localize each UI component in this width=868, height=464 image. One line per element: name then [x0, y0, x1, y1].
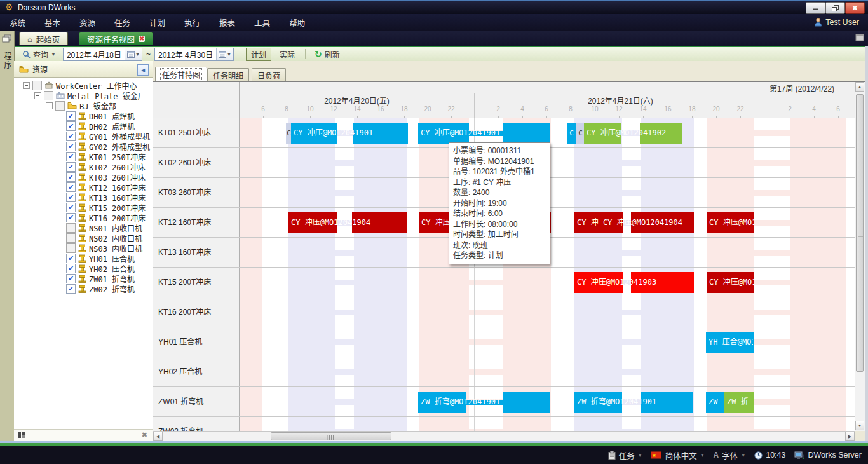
view-tab-2[interactable]: 日负荷: [252, 68, 286, 81]
task-bar[interactable]: CY 冲压@MO12041902: [584, 123, 682, 144]
scroll-up-icon[interactable]: ▲: [855, 82, 864, 92]
view-tab-0[interactable]: 任务甘特图: [155, 67, 207, 81]
clear-filter-icon[interactable]: ✖: [142, 431, 147, 439]
status-item-0[interactable]: 任务▼: [608, 449, 642, 461]
tree-item-KT02[interactable]: ✔KT02 260T冲床: [14, 161, 153, 172]
close-tab-icon[interactable]: ✖: [139, 36, 145, 42]
tree-item-YH02[interactable]: ✔YH02 压合机: [14, 263, 153, 273]
calendar-icon[interactable]: ▼: [125, 48, 142, 60]
menu-item-0[interactable]: 系统: [0, 14, 35, 31]
tree-checkbox[interactable]: ✔: [66, 121, 76, 131]
tree-item-WorkCenter[interactable]: WorkCenter 工作中心: [14, 80, 153, 90]
tree-checkbox[interactable]: ✔: [66, 254, 76, 263]
refresh-button[interactable]: ↻ 刷新: [311, 48, 343, 60]
task-bar[interactable]: CY 冲压@MO1: [707, 212, 754, 233]
menu-item-6[interactable]: 报表: [210, 14, 245, 31]
vertical-scroll-thumb[interactable]: [856, 94, 864, 372]
tree-checkbox[interactable]: [66, 223, 76, 233]
scroll-down-icon[interactable]: ▼: [855, 421, 864, 430]
tree-item-YH01[interactable]: ✔YH01 压合机: [14, 253, 153, 263]
task-bar[interactable]: ZW 折弯@MO12041901: [418, 392, 550, 413]
horizontal-scroll-thumb[interactable]: [271, 432, 391, 440]
tree-checkbox[interactable]: ✔: [66, 111, 76, 121]
horizontal-scrollbar[interactable]: ◀ ▶: [153, 431, 855, 442]
tree-item-KT03[interactable]: ✔KT03 260T冲床: [14, 172, 153, 182]
tree-checkbox[interactable]: [66, 233, 76, 243]
tree-checkbox[interactable]: ✔: [66, 142, 76, 151]
task-bar[interactable]: CY 冲 CY 冲压@MO12041904: [574, 212, 694, 233]
menu-item-2[interactable]: 资源: [70, 14, 105, 31]
tree-item-GY02[interactable]: ✔GY02 外桶成型机: [14, 141, 153, 151]
tree-item-Metal[interactable]: Metal Plate 钣金厂: [14, 90, 153, 100]
task-bar[interactable]: CY 冲压@MO12041904: [288, 212, 407, 233]
tree-checkbox[interactable]: [44, 91, 53, 100]
tree-checkbox[interactable]: ✔: [66, 203, 76, 212]
tree-item-KT01[interactable]: ✔KT01 250T冲床: [14, 151, 153, 161]
vertical-scrollbar[interactable]: ▲ ▼: [855, 82, 865, 431]
actual-toggle[interactable]: 实际: [275, 48, 299, 60]
tree-checkbox[interactable]: [66, 243, 76, 253]
task-bar[interactable]: CY 冲压@MO12041901: [418, 123, 550, 144]
date-from-field[interactable]: 2012年 4月18日 ▼: [63, 48, 142, 61]
menu-item-1[interactable]: 基本: [35, 14, 70, 31]
tree-item-GY01[interactable]: ✔GY01 外桶成型机: [14, 131, 153, 141]
task-bar[interactable]: ZW: [706, 392, 724, 413]
tree-item-DH01[interactable]: ✔DH01 点焊机: [14, 111, 153, 121]
tree-checkbox[interactable]: ✔: [66, 162, 76, 172]
scroll-right-icon[interactable]: ▶: [845, 432, 855, 441]
tree-item-NS03[interactable]: NS03 内收口机: [14, 243, 153, 253]
tree-item-KT16[interactable]: ✔KT16 200T冲床: [14, 212, 153, 222]
scroll-left-icon[interactable]: ◀: [153, 432, 163, 441]
footer-tool-icon[interactable]: [18, 431, 25, 439]
tree-checkbox[interactable]: ✔: [66, 264, 76, 273]
tree-checkbox[interactable]: ✔: [66, 152, 76, 161]
task-bar[interactable]: CY 冲压@MO12041903: [574, 272, 694, 293]
minimize-button[interactable]: [806, 2, 825, 14]
task-bar[interactable]: ZW 折弯@MO12041901: [574, 392, 693, 413]
tree-item-NS02[interactable]: NS02 内收口机: [14, 233, 153, 243]
tree-expander-icon[interactable]: [34, 92, 41, 99]
tree-expander-icon[interactable]: [23, 82, 30, 89]
tree-checkbox[interactable]: [55, 101, 65, 111]
tree-item-BJ[interactable]: BJ 钣金部: [14, 100, 153, 111]
task-bar[interactable]: YH 压合@MO1: [706, 332, 754, 353]
query-button[interactable]: 查询 ▼: [19, 48, 59, 60]
menu-item-3[interactable]: 任务: [105, 14, 140, 31]
calendar-icon[interactable]: ▼: [216, 48, 233, 60]
tree-item-ZW01[interactable]: ✔ZW01 折弯机: [14, 273, 153, 283]
menu-item-4[interactable]: 计划: [140, 14, 175, 31]
task-bar[interactable]: CY 冲压@MO12041901: [291, 123, 408, 144]
tree-checkbox[interactable]: ✔: [66, 284, 76, 294]
tree-item-KT13[interactable]: ✔KT13 160T冲床: [14, 192, 153, 202]
tree-item-KT12[interactable]: ✔KT12 160T冲床: [14, 182, 153, 192]
close-button[interactable]: ✖: [845, 2, 865, 14]
collapse-panel-button[interactable]: ◀: [137, 64, 149, 76]
tree-checkbox[interactable]: ✔: [66, 182, 76, 192]
status-item-1[interactable]: ★简体中文▼: [651, 449, 705, 461]
restore-button[interactable]: [825, 2, 845, 14]
task-bar-mini[interactable]: C: [567, 123, 576, 144]
date-to-field[interactable]: 2012年 4月30日 ▼: [154, 48, 234, 61]
tree-expander-icon[interactable]: [46, 102, 53, 109]
menu-item-5[interactable]: 执行: [175, 14, 210, 31]
tree-item-ZW02[interactable]: ✔ZW02 折弯机: [14, 283, 153, 294]
view-tab-1[interactable]: 任务明细: [207, 68, 249, 81]
tree-checkbox[interactable]: ✔: [66, 132, 76, 141]
status-item-2[interactable]: A字体▼: [714, 449, 746, 461]
tree-item-DH02[interactable]: ✔DH02 点焊机: [14, 121, 153, 131]
tree-checkbox[interactable]: ✔: [66, 172, 76, 182]
tree-item-KT15[interactable]: ✔KT15 200T冲床: [14, 202, 153, 212]
doc-tab-1[interactable]: 资源任务视图✖: [79, 32, 153, 45]
program-dock-strip[interactable]: 程序: [0, 31, 15, 441]
plan-toggle[interactable]: 计划: [246, 48, 271, 61]
menu-item-8[interactable]: 帮助: [280, 14, 315, 31]
task-bar[interactable]: CY 冲压@MO1: [707, 272, 754, 293]
tree-item-NS01[interactable]: NS01 内收口机: [14, 222, 153, 233]
tree-checkbox[interactable]: ✔: [66, 193, 76, 202]
panes-icon[interactable]: [855, 34, 864, 41]
status-item-4[interactable]: DWorks Server: [794, 451, 862, 460]
menu-item-7[interactable]: 工具: [245, 14, 280, 31]
tree-checkbox[interactable]: ✔: [66, 213, 76, 222]
task-bar[interactable]: ZW 折: [724, 392, 754, 413]
doc-tab-0[interactable]: ⌂起始页: [19, 32, 68, 45]
